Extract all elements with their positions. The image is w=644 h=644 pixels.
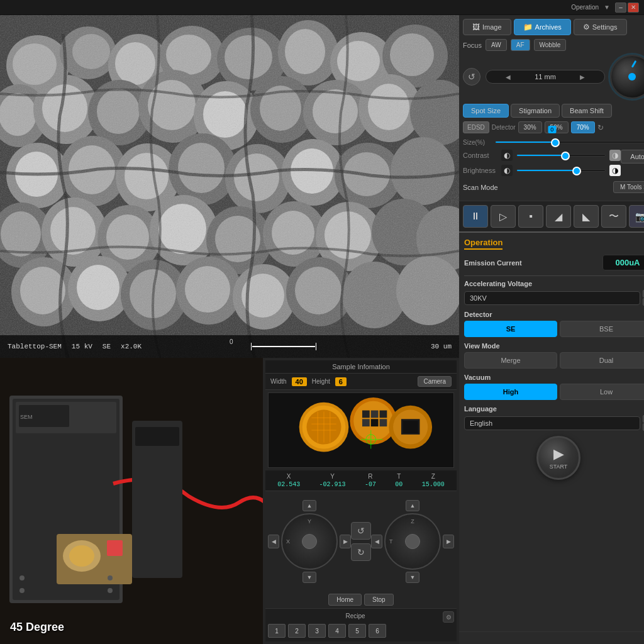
operation-label: Operation [571, 4, 599, 11]
camera-button[interactable]: Camera [418, 376, 452, 387]
detector-label: Detector [492, 124, 516, 131]
sample-info-header: Sample Infomation [265, 360, 457, 374]
square-icon: ▪ [529, 211, 533, 222]
svg-rect-96 [135, 427, 179, 446]
t-value: 00 [395, 481, 402, 488]
refresh-icon[interactable]: ↻ [597, 123, 604, 132]
wobble-button[interactable]: Wobble [534, 39, 567, 51]
sub-tab-stigmation[interactable]: Stigmation [511, 104, 560, 118]
y-value: -02.913 [319, 481, 346, 488]
language-select[interactable]: English [464, 416, 640, 430]
r-value: -07 [365, 481, 376, 488]
recipe-btn-4[interactable]: 4 [328, 624, 346, 638]
square-button[interactable]: ▪ [518, 205, 543, 228]
width-value: 40 [292, 377, 307, 386]
mtools-button[interactable]: M Tools > [613, 181, 644, 193]
brightness-slider-track[interactable] [516, 169, 606, 172]
sem-detector: SE [103, 343, 111, 350]
detector-section: Detector SE BSE [464, 311, 644, 337]
accelerating-voltage-section: Accelerating Voltage 30KV ▲ ▼ [464, 280, 644, 306]
minimize-button[interactable]: – [615, 3, 626, 13]
brightness-row: Brightness ◐ ◑ [463, 165, 621, 176]
z-joystick-label: Z [411, 518, 414, 525]
auto-button[interactable]: Auto [621, 150, 644, 164]
contrast-slider-track[interactable] [516, 154, 606, 157]
high-vacuum-toggle[interactable]: High [464, 384, 557, 400]
waveform-button[interactable]: 〜 [601, 205, 626, 228]
se-toggle[interactable]: SE [464, 321, 557, 337]
ramp1-icon: ◢ [555, 211, 562, 223]
dual-toggle[interactable]: Dual [560, 352, 644, 369]
dist-right-arrow[interactable]: ▶ [580, 74, 585, 80]
undo-button[interactable]: ↺ [463, 68, 480, 86]
size-slider-track[interactable]: 0 [495, 141, 644, 143]
pause-button[interactable]: ⏸ [463, 205, 488, 228]
accelerating-voltage-label: Accelerating Voltage [464, 280, 644, 287]
xy-joystick[interactable]: Y X [281, 513, 338, 570]
accelerating-voltage-select[interactable]: 30KV [464, 291, 640, 305]
ramp1-button[interactable]: ◢ [546, 205, 571, 228]
y-down-button[interactable]: ▼ [303, 572, 316, 583]
svg-point-94 [108, 588, 113, 593]
vacuum-section: Vacuum High Low [464, 374, 644, 400]
svg-point-91 [19, 575, 25, 580]
close-button[interactable]: ✕ [628, 3, 639, 13]
recipe-btn-5[interactable]: 5 [348, 624, 366, 638]
merge-toggle[interactable]: Merge [464, 352, 557, 369]
ramp2-button[interactable]: ◣ [574, 205, 599, 228]
tab-image[interactable]: 🖼 Image [463, 19, 511, 35]
recipe-btn-1[interactable]: 1 [268, 624, 286, 638]
sub-tab-spot-size[interactable]: Spot Size [463, 104, 509, 118]
scan-mode-label: Scan Mode [463, 184, 498, 191]
t-right-button[interactable]: ▶ [443, 535, 454, 548]
distance-value: 11 mm [535, 73, 556, 80]
x-left-button[interactable]: ◀ [268, 535, 279, 548]
triangle-button[interactable]: ▷ [491, 205, 516, 228]
start-play-icon: ▶ [553, 446, 564, 462]
rotate-left-button[interactable]: ↺ [351, 522, 371, 540]
recipe-btn-6[interactable]: 6 [369, 624, 386, 638]
stop-button[interactable]: Stop [364, 594, 394, 606]
capture-button[interactable]: 📷 [629, 205, 644, 228]
start-button[interactable]: ▶ START [536, 436, 580, 480]
emission-current-row: Emission Current 000uA [464, 255, 644, 270]
recipe-btn-2[interactable]: 2 [288, 624, 306, 638]
recipe-buttons-row: 1 2 3 4 5 6 [268, 623, 454, 639]
y-up-button[interactable]: ▲ [303, 500, 316, 511]
sub-tab-beam-shift[interactable]: Beam Shift [562, 104, 612, 118]
distance-display: ◀ 11 mm ▶ [486, 70, 605, 84]
recipe-gear-icon[interactable]: ⚙ [443, 611, 454, 623]
focus-row: Focus AW AF Wobble [463, 39, 644, 51]
rotate-right-button[interactable]: ↻ [351, 543, 371, 561]
ramp2-icon: ◣ [582, 211, 590, 223]
vacuum-label: Vacuum [464, 374, 644, 381]
brightness-label: Brightness [463, 167, 497, 174]
tz-joystick[interactable]: Z T [384, 513, 441, 570]
focus-label: Focus [463, 42, 482, 49]
aw-button[interactable]: AW [486, 39, 507, 51]
tab-archives[interactable]: 📁 Archives [514, 19, 571, 35]
home-button[interactable]: Home [328, 594, 362, 606]
low-vacuum-toggle[interactable]: Low [560, 384, 644, 400]
start-btn-container: ▶ START [464, 436, 644, 480]
pct-30-button[interactable]: 30% [518, 121, 542, 133]
tab-settings[interactable]: ⚙ Settings [574, 19, 627, 35]
af-button[interactable]: AF [511, 39, 530, 51]
t-left-button[interactable]: ◀ [371, 535, 382, 548]
rotary-knob[interactable] [610, 55, 644, 99]
bse-toggle[interactable]: BSE [560, 321, 644, 337]
svg-point-92 [108, 575, 113, 580]
joystick-area: ▲ ◀ Y X ▶ ▼ [265, 491, 457, 591]
language-section: Language English ▲ ▼ [464, 405, 644, 431]
sem-voltage: 15 kV [72, 343, 92, 350]
recipe-btn-3[interactable]: 3 [308, 624, 326, 638]
stage-coords: X 02.543 Y -02.913 R -07 T 00 [265, 470, 457, 491]
z-down-button[interactable]: ▼ [406, 572, 419, 583]
pct-70-button[interactable]: 70% [571, 121, 595, 133]
x-right-button[interactable]: ▶ [340, 535, 351, 548]
z-up-button[interactable]: ▲ [406, 500, 419, 511]
detector-section-label: Detector [464, 311, 644, 318]
dist-left-arrow[interactable]: ◀ [506, 74, 511, 80]
home-stop-row: Home Stop [265, 591, 457, 608]
tz-joystick-center [405, 534, 420, 549]
